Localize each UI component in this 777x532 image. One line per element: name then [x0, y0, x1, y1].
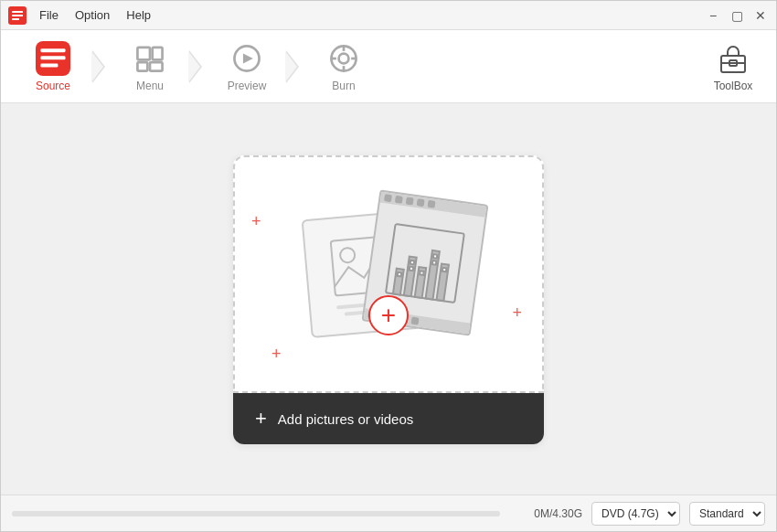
svg-marker-11: [243, 53, 253, 63]
svg-rect-2: [12, 18, 19, 20]
source-label: Source: [36, 80, 70, 92]
toolbar-toolbox[interactable]: ToolBox: [701, 41, 765, 92]
app-icon: [8, 6, 27, 25]
menu-help[interactable]: Help: [119, 5, 158, 26]
svg-rect-9: [150, 62, 163, 71]
main-content: + + +: [1, 103, 776, 496]
menu-icon: [133, 41, 167, 76]
menu-label: Menu: [136, 80, 164, 92]
add-media-circle[interactable]: +: [368, 295, 409, 335]
add-plus-icon: +: [255, 407, 267, 431]
svg-rect-34: [432, 261, 437, 265]
disc-select[interactable]: DVD (4.7G): [591, 502, 680, 526]
svg-rect-31: [410, 266, 414, 271]
close-button[interactable]: ✕: [752, 7, 769, 24]
menu-file[interactable]: File: [32, 5, 66, 26]
svg-point-22: [339, 248, 355, 263]
toolbar-preview[interactable]: Preview: [206, 34, 288, 100]
source-arrow: [92, 50, 105, 83]
drop-zone[interactable]: + + +: [233, 155, 544, 444]
toolbar-source[interactable]: Source: [12, 34, 94, 100]
preview-label: Preview: [228, 80, 267, 92]
toolbar: Source Menu Preview: [1, 30, 776, 103]
preview-icon: [229, 41, 264, 76]
deco-plus-3: +: [271, 345, 282, 364]
toolbar-burn[interactable]: Burn: [303, 34, 385, 100]
svg-rect-7: [153, 47, 163, 59]
svg-rect-35: [442, 267, 447, 271]
toolbox-label: ToolBox: [714, 80, 753, 92]
menu-bar: File Option Help: [32, 5, 158, 26]
svg-rect-3: [40, 48, 65, 52]
svg-rect-0: [12, 11, 23, 13]
svg-rect-6: [137, 47, 150, 59]
source-icon: [36, 41, 70, 76]
minimize-button[interactable]: −: [705, 7, 721, 24]
toolbar-menu[interactable]: Menu: [109, 34, 191, 100]
burn-label: Burn: [332, 80, 355, 92]
status-bar: 0M/4.30G DVD (4.7G) Standard: [1, 495, 776, 531]
media-illustration: +: [297, 197, 480, 361]
add-button[interactable]: + Add pictures or videos: [233, 393, 544, 444]
burn-icon: [326, 41, 361, 76]
menu-arrow: [189, 50, 202, 83]
title-bar: File Option Help − ▢ ✕: [1, 1, 776, 30]
deco-plus-2: +: [512, 303, 522, 323]
svg-rect-1: [12, 15, 23, 16]
add-button-label: Add pictures or videos: [278, 411, 413, 427]
window-controls: − ▢ ✕: [705, 7, 769, 24]
maximize-button[interactable]: ▢: [729, 7, 745, 24]
drop-zone-inner: + + +: [233, 155, 544, 393]
deco-plus-1: +: [251, 212, 261, 231]
toolbox-icon: [716, 41, 750, 76]
svg-rect-8: [137, 62, 147, 71]
preview-arrow: [286, 50, 299, 83]
menu-option[interactable]: Option: [68, 5, 117, 26]
svg-rect-30: [410, 260, 415, 264]
svg-point-13: [339, 53, 349, 63]
storage-status: 0M/4.30G: [509, 507, 582, 520]
progress-bar: [12, 511, 500, 516]
svg-rect-32: [420, 271, 424, 275]
svg-rect-5: [40, 63, 58, 67]
quality-select[interactable]: Standard: [689, 502, 765, 526]
svg-rect-4: [40, 56, 65, 59]
svg-rect-29: [398, 271, 402, 276]
svg-rect-33: [433, 254, 438, 259]
